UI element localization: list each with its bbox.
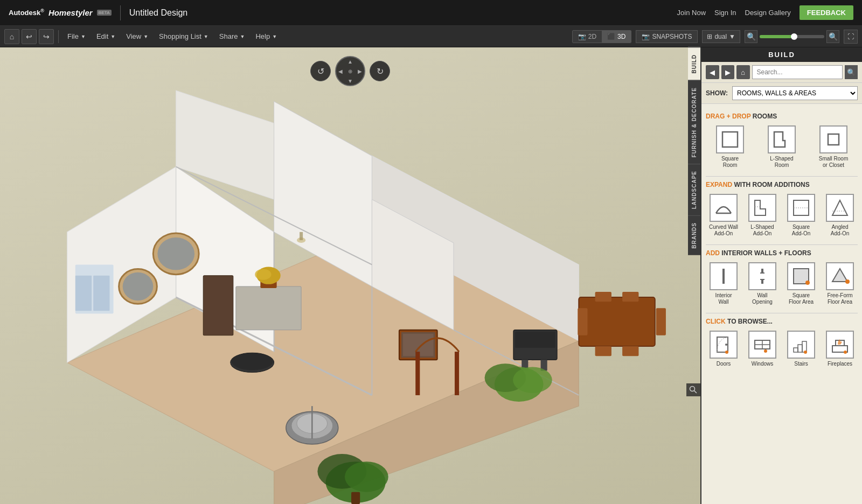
furnish-decorate-tab[interactable]: FURNISH & DECORATE [688, 80, 700, 164]
stairs-icon [787, 331, 815, 359]
curved-wall-icon [710, 194, 738, 222]
join-now-link[interactable]: Join Now [677, 9, 706, 17]
build-tab[interactable]: BUILD [688, 47, 700, 80]
windows-icon [748, 331, 776, 359]
floor-plan-scene [0, 80, 700, 504]
vertical-tabs: BUILD FURNISH & DECORATE LANDSCAPE BRAND… [688, 47, 700, 255]
svg-rect-81 [798, 345, 802, 352]
angled-addon-item[interactable]: AngledAdd-On [822, 194, 858, 237]
show-dropdown[interactable]: ROOMS, WALLS & AREAS ALL FLOORS ONLY [732, 86, 858, 100]
l-room-item[interactable]: L-ShapedRoom [757, 125, 806, 169]
square-addon-icon [787, 194, 815, 222]
square-addon-item[interactable]: SquareAdd-On [783, 194, 819, 237]
room-additions-grid: Curved WallAdd-On L-ShapedAdd-On [706, 194, 858, 237]
l-room-icon [768, 125, 796, 153]
2d-3d-toggle: 📷 2D ⬛ 3D [572, 30, 632, 43]
freeform-floor-label: Free-FormFloor Area [827, 292, 852, 305]
help-arrow: ▼ [272, 34, 277, 39]
nav-back-button[interactable]: ◀ [706, 65, 719, 79]
svg-point-83 [804, 351, 807, 354]
zoom-out-button[interactable]: 🔍 [745, 30, 757, 43]
3d-button[interactable]: ⬛ 3D [602, 31, 631, 43]
viewport[interactable]: ↺ ▲ ◀ ⊕ ▶ ▼ ↻ [0, 47, 700, 504]
design-gallery-link[interactable]: Design Gallery [745, 9, 791, 17]
interior-wall-item[interactable]: InteriorWall [706, 262, 741, 305]
windows-item[interactable]: Windows [745, 331, 780, 367]
nav-forward-button[interactable]: ▶ [721, 65, 735, 79]
dual-button[interactable]: ⊞ dual ▼ [702, 30, 740, 43]
nav-right[interactable]: ▶ [355, 66, 365, 76]
zoom-slider[interactable] [760, 35, 824, 38]
panel-search-button[interactable]: 🔍 [845, 65, 858, 79]
svg-line-57 [694, 391, 697, 394]
zoom-in-button[interactable]: 🔍 [826, 30, 839, 43]
landscape-tab[interactable]: LANDSCAPE [688, 164, 700, 215]
viewport-search-icon[interactable] [686, 383, 700, 396]
sign-in-link[interactable]: Sign In [714, 9, 736, 17]
2d-button[interactable]: 📷 2D [573, 31, 602, 43]
square-floor-item[interactable]: SquareFloor Area [783, 262, 819, 305]
scene-background: ↺ ▲ ◀ ⊕ ▶ ▼ ↻ [0, 47, 700, 504]
nav-up[interactable]: ▲ [345, 57, 355, 66]
3d-icon: ⬛ [607, 33, 615, 40]
stairs-item[interactable]: Stairs [783, 331, 819, 367]
square-room-icon [716, 125, 744, 153]
interior-walls-grid: InteriorWall WallOpening [706, 262, 858, 305]
logo-divider [120, 5, 121, 20]
fullscreen-button[interactable]: ⛶ [844, 30, 858, 44]
fireplaces-item[interactable]: Fireplaces [822, 331, 858, 367]
expand-section-title: EXPAND WITH ROOM ADDITIONS [706, 181, 858, 188]
square-room-item[interactable]: SquareRoom [706, 125, 754, 169]
svg-rect-46 [515, 332, 555, 348]
freeform-floor-item[interactable]: Free-FormFloor Area [822, 262, 858, 305]
view-arrow: ▼ [143, 34, 148, 39]
svg-point-51 [513, 367, 552, 393]
undo-button[interactable]: ↩ [22, 29, 37, 44]
camera-icon: 📷 [642, 33, 650, 40]
drag-drop-rooms-grid: SquareRoom L-ShapedRoom [706, 125, 858, 169]
angled-addon-label: AngledAdd-On [831, 224, 849, 237]
snapshots-button[interactable]: 📷 SNAPSHOTS [636, 30, 698, 43]
share-menu[interactable]: Share ▼ [215, 30, 249, 43]
doors-item[interactable]: Doors [706, 331, 741, 367]
help-menu[interactable]: Help ▼ [251, 30, 281, 43]
shopping-list-arrow: ▼ [204, 34, 208, 39]
wall-opening-item[interactable]: WallOpening [745, 262, 780, 305]
square-floor-label: SquareFloor Area [789, 292, 814, 305]
rotate-right-button[interactable]: ↻ [370, 61, 390, 81]
edit-menu[interactable]: Edit ▼ [92, 30, 120, 43]
redo-button[interactable]: ↪ [39, 29, 54, 44]
panel-search-input[interactable] [752, 65, 843, 79]
svg-rect-43 [595, 346, 611, 356]
svg-point-74 [725, 344, 727, 346]
svg-rect-82 [802, 341, 807, 352]
toolbar: ⌂ ↩ ↪ File ▼ Edit ▼ View ▼ Shopping List… [0, 26, 862, 47]
design-title: Untitled Design [129, 8, 188, 18]
zoom-thumb[interactable] [791, 33, 797, 40]
file-menu[interactable]: File ▼ [63, 30, 90, 43]
nav-home-button[interactable]: ⌂ [736, 65, 750, 79]
svg-point-33 [345, 461, 388, 492]
rotate-left-button[interactable]: ↺ [310, 61, 331, 81]
brands-tab[interactable]: BRANDS [688, 215, 700, 255]
browse-section-title: CLICK TO BROWSE... [706, 318, 858, 325]
l-addon-item[interactable]: L-ShapedAdd-On [745, 194, 780, 237]
svg-rect-21 [236, 286, 301, 330]
camera-icon-2d: 📷 [578, 33, 586, 40]
view-menu[interactable]: View ▼ [122, 30, 152, 43]
angled-addon-icon [826, 194, 854, 222]
nav-center-dot[interactable]: ⊕ [345, 66, 355, 76]
square-floor-icon [787, 262, 815, 290]
show-bar: SHOW: ROOMS, WALLS & AREAS ALL FLOORS ON… [701, 83, 862, 104]
right-panel: BUILD ◀ ▶ ⌂ 🔍 SHOW: ROOMS, WALLS & AREAS… [700, 47, 862, 504]
nav-left[interactable]: ◀ [336, 66, 345, 76]
curved-wall-item[interactable]: Curved WallAdd-On [706, 194, 741, 237]
panel-content: DRAG + DROP ROOMS SquareRoom [701, 104, 862, 504]
home-button[interactable]: ⌂ [4, 29, 19, 44]
feedback-button[interactable]: FEEDBACK [800, 5, 853, 20]
shopping-list-menu[interactable]: Shopping List ▼ [155, 30, 213, 43]
stairs-label: Stairs [794, 361, 808, 367]
small-room-item[interactable]: Small Roomor Closet [809, 125, 858, 169]
svg-rect-44 [622, 346, 638, 356]
svg-rect-15 [93, 276, 109, 311]
